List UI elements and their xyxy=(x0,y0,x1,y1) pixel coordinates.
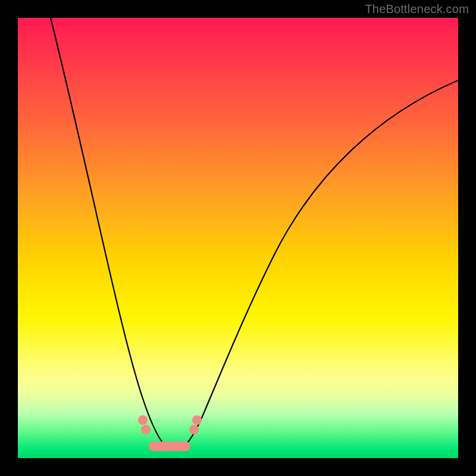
svg-point-4 xyxy=(192,415,202,425)
svg-point-0 xyxy=(138,415,148,425)
svg-point-1 xyxy=(141,425,151,434)
watermark-text: TheBottleneck.com xyxy=(365,2,469,16)
curve-path xyxy=(51,18,458,450)
plot-area xyxy=(18,18,458,458)
svg-rect-2 xyxy=(149,441,190,451)
svg-point-3 xyxy=(189,425,199,434)
bottleneck-curve xyxy=(18,18,458,458)
chart-frame: TheBottleneck.com xyxy=(0,0,476,476)
curve-markers xyxy=(138,415,202,451)
